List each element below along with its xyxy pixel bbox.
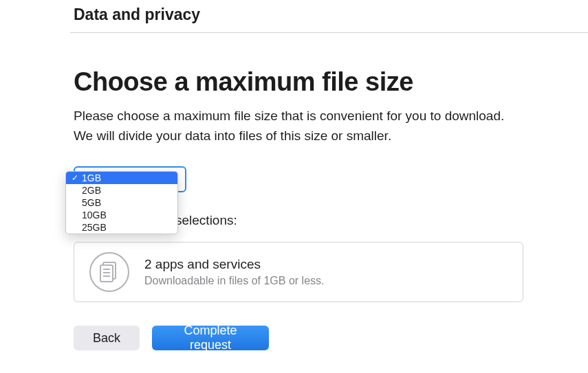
dropdown-option-2gb[interactable]: 2GB: [66, 184, 177, 196]
dropdown-option-5gb[interactable]: 5GB: [66, 196, 177, 209]
review-intro: selections:: [175, 213, 588, 228]
documents-icon: [89, 252, 129, 292]
divider: [70, 32, 588, 33]
dropdown-option-label: 10GB: [82, 209, 107, 221]
dropdown-option-1gb[interactable]: ✓ 1GB: [66, 172, 177, 184]
dropdown-option-label: 2GB: [82, 184, 101, 196]
page-title: Choose a maximum file size: [74, 67, 588, 97]
dropdown-option-label: 25GB: [82, 221, 107, 234]
dropdown-option-10gb[interactable]: 10GB: [66, 209, 177, 221]
filesize-dropdown: ✓ 1GB 2GB 5GB 10GB 25GB: [65, 171, 178, 234]
back-button[interactable]: Back: [74, 326, 140, 350]
summary-card: 2 apps and services Downloadable in file…: [74, 242, 523, 302]
dropdown-option-label: 1GB: [82, 172, 101, 184]
button-row: Back Complete request: [74, 326, 588, 350]
complete-request-button[interactable]: Complete request: [152, 326, 269, 350]
summary-subtitle: Downloadable in files of 1GB or less.: [144, 275, 324, 287]
breadcrumb[interactable]: Data and privacy: [74, 0, 588, 32]
summary-title: 2 apps and services: [144, 257, 324, 272]
summary-text: 2 apps and services Downloadable in file…: [144, 257, 324, 287]
breadcrumb-title: Data and privacy: [74, 5, 200, 23]
check-icon: ✓: [71, 172, 78, 184]
dropdown-option-label: 5GB: [82, 196, 101, 209]
page-description: Please choose a maximum file size that i…: [74, 106, 521, 146]
dropdown-option-25gb[interactable]: 25GB: [66, 221, 177, 234]
